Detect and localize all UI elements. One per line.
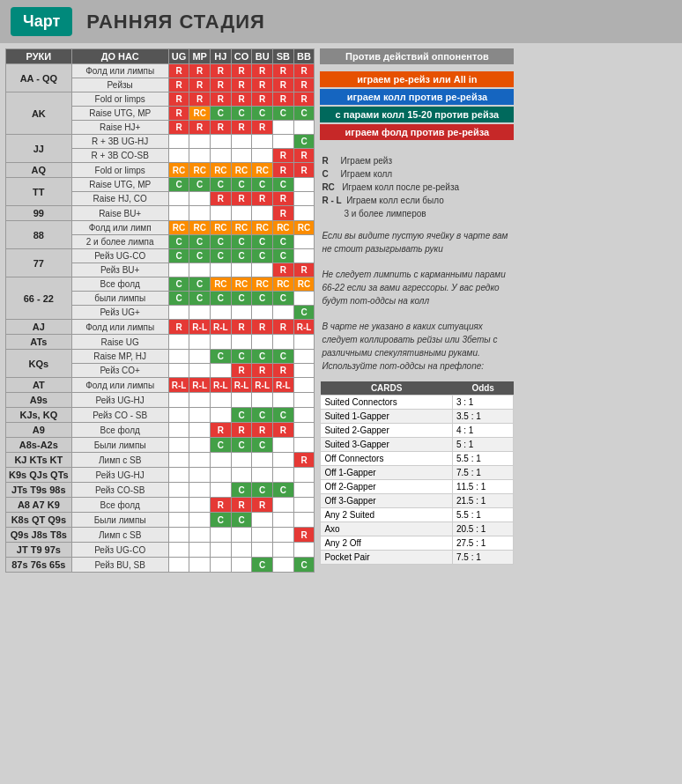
action-desc: Все фолд (71, 277, 168, 292)
chart-cell: C (168, 277, 189, 292)
chart-cell (168, 364, 189, 378)
chart-cell: R (273, 263, 294, 277)
chart-cell (211, 149, 232, 163)
chart-cell: C (273, 350, 294, 364)
chart-cell: C (231, 438, 252, 453)
action-desc: Raise MP, HJ (71, 350, 168, 364)
chart-cell (293, 378, 315, 393)
cards-cell: 7.5 : 1 (452, 551, 513, 565)
logo: Чарт (11, 7, 72, 36)
action-desc: Fold or limps (71, 163, 168, 178)
chart-cell (211, 408, 232, 423)
action-desc: Raise UTG, MP (71, 107, 168, 121)
chart-cell: RC (231, 277, 252, 292)
chart-cell: R (211, 121, 232, 135)
chart-cell: R (211, 92, 232, 107)
chart-cell: R (189, 92, 211, 107)
chart-cell: C (293, 135, 315, 149)
cards-cell: Suited Connectors (321, 396, 453, 410)
action-desc: Лимп с SB (71, 528, 168, 543)
chart-cell (189, 528, 211, 543)
chart-cell (293, 350, 315, 364)
legend-item-1: играем ре-рейз или All in (320, 71, 514, 87)
chart-cell: C (273, 483, 294, 498)
chart-cell: C (211, 513, 232, 528)
chart-cell: C (252, 178, 273, 192)
cards-cell: 27.5 : 1 (452, 536, 513, 551)
note3: В чарте не указано в каких ситуациях сле… (320, 318, 514, 374)
chart-cell: R (168, 92, 189, 107)
chart-cell: RC (231, 163, 252, 178)
chart-cell (293, 513, 315, 528)
hand-label: A8 A7 K9 (6, 498, 72, 513)
chart-cell: C (252, 350, 273, 364)
chart-cell: R-L (231, 378, 252, 393)
hand-label: JTs T9s 98s (6, 483, 72, 498)
chart-cell (211, 206, 232, 221)
chart-cell: R (211, 192, 232, 206)
chart-cell: C (273, 107, 294, 121)
chart-cell (211, 468, 232, 483)
cards-cell: Off 1-Gapper (321, 466, 453, 480)
right-panel: Против действий оппонентов играем ре-рей… (320, 48, 514, 573)
chart-cell (273, 121, 294, 135)
chart-cell (231, 558, 252, 573)
chart-cell: C (168, 178, 189, 192)
action-desc: Все фолд (71, 498, 168, 513)
chart-cell: R (273, 149, 294, 163)
chart-cell (168, 483, 189, 498)
chart-cell: RC (189, 221, 211, 235)
chart-cell: R-L (252, 378, 273, 393)
hand-label: Q9s J8s T8s (6, 528, 72, 543)
chart-cell: C (252, 558, 273, 573)
chart-cell: R (252, 64, 273, 78)
chart-cell: RC (168, 221, 189, 235)
chart-cell (211, 453, 232, 468)
action-desc: Рейз UG+ (71, 306, 168, 320)
chart-cell (211, 558, 232, 573)
chart-cell: C (252, 483, 273, 498)
chart-cell (293, 178, 315, 192)
chart-cell (231, 528, 252, 543)
chart-cell: R (252, 498, 273, 513)
chart-cell: R (211, 498, 232, 513)
action-desc: Рейз CO-SB (71, 483, 168, 498)
chart-cell: R (293, 528, 315, 543)
chart-cell: R (293, 453, 315, 468)
note1: Если вы видите пустую ячейку в чарте вам… (320, 227, 514, 257)
chart-cell: R (252, 192, 273, 206)
chart-cell (252, 528, 273, 543)
chart-cell: C (252, 249, 273, 263)
action-desc: Фолд или лимпы (71, 64, 168, 78)
hand-label: A9 (6, 423, 72, 438)
chart-cell (168, 513, 189, 528)
chart-cell (168, 263, 189, 277)
chart-cell (231, 468, 252, 483)
chart-cell: R (231, 498, 252, 513)
chart-cell (231, 206, 252, 221)
chart-cell: R (293, 78, 315, 92)
chart-cell: C (231, 178, 252, 192)
chart-cell (168, 498, 189, 513)
hand-label: AA - QQ (6, 64, 72, 92)
chart-cell (211, 364, 232, 378)
action-desc: Raise UG (71, 335, 168, 350)
hand-label: JJ (6, 135, 72, 163)
chart-cell: RC (252, 221, 273, 235)
chart-cell (252, 306, 273, 320)
chart-cell (231, 453, 252, 468)
chart-cell: C (231, 292, 252, 306)
chart-cell (211, 263, 232, 277)
chart-cell: C (231, 235, 252, 249)
chart-cell: C (211, 438, 232, 453)
cards-cell: Suited 1-Gapper (321, 410, 453, 424)
chart-cell (231, 393, 252, 408)
chart-cell (168, 149, 189, 163)
chart-cell: RC (252, 163, 273, 178)
chart-cell (211, 135, 232, 149)
abbr-legend: R Играем рейз C Играем колл RC Играем ко… (320, 152, 514, 222)
hand-label: TT (6, 178, 72, 206)
cards-cell: 3.5 : 1 (452, 410, 513, 424)
chart-cell (168, 453, 189, 468)
chart-cell (168, 558, 189, 573)
